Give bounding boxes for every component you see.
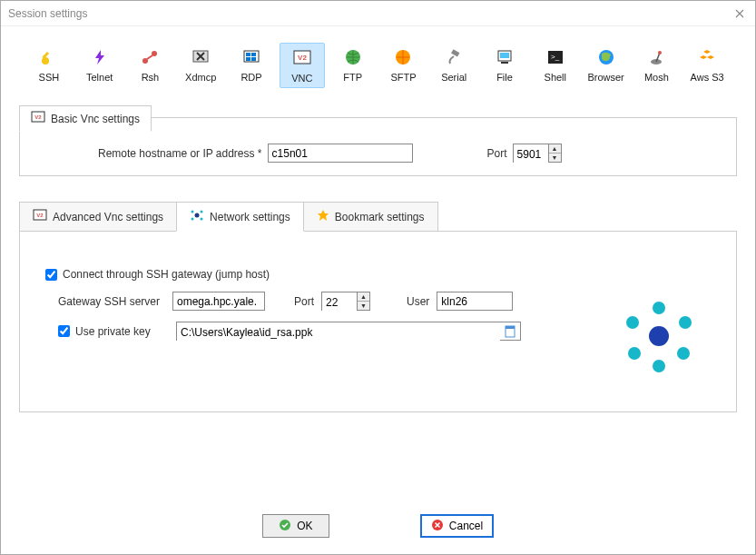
ok-button[interactable]: OK: [262, 514, 329, 538]
protocol-browser[interactable]: Browser: [584, 43, 629, 88]
ssh-gateway-checkbox-row: Connect through SSH gateway (jump host): [45, 268, 554, 281]
svg-rect-8: [251, 53, 256, 56]
svg-text:V2: V2: [298, 54, 307, 62]
gateway-port-spinner[interactable]: ▲▼: [321, 292, 370, 311]
protocol-mosh[interactable]: Mosh: [633, 43, 679, 88]
advanced-vnc-tab[interactable]: V2 Advanced Vnc settings: [19, 202, 177, 232]
network-settings-tab[interactable]: Network settings: [176, 202, 304, 232]
cancel-button-label: Cancel: [449, 520, 483, 532]
protocol-rsh[interactable]: Rsh: [128, 43, 173, 88]
advanced-vnc-tab-label: Advanced Vnc settings: [53, 211, 163, 223]
protocol-file[interactable]: File: [482, 43, 527, 88]
close-icon[interactable]: [731, 5, 748, 22]
svg-point-33: [201, 211, 203, 213]
svg-point-40: [653, 302, 665, 314]
protocol-label: FTP: [343, 72, 362, 83]
protocol-label: SFTP: [390, 72, 416, 83]
bookmark-settings-tab[interactable]: Bookmark settings: [303, 202, 438, 232]
private-key-path-input[interactable]: [177, 322, 500, 342]
protocol-ftp[interactable]: FTP: [330, 43, 376, 88]
protocol-label: RDP: [241, 72, 261, 83]
svg-rect-7: [246, 53, 250, 56]
serial-icon: [443, 46, 465, 68]
window-title: Session settings: [8, 7, 731, 20]
svg-point-35: [201, 218, 203, 221]
network-settings-panel: Connect through SSH gateway (jump host) …: [19, 231, 737, 412]
spinner-arrows[interactable]: ▲▼: [548, 144, 561, 162]
ok-button-label: OK: [297, 520, 312, 532]
protocol-label: Mosh: [644, 72, 669, 83]
svg-text:V2: V2: [34, 114, 42, 120]
svg-point-0: [42, 57, 49, 64]
browse-file-icon[interactable]: [500, 322, 520, 340]
port-input[interactable]: [514, 144, 548, 164]
private-key-path-field[interactable]: [176, 322, 521, 341]
protocol-label: Aws S3: [691, 72, 724, 83]
vnc-small-icon: V2: [31, 111, 45, 126]
lightning-icon: [89, 46, 111, 68]
rsh-icon: [139, 46, 161, 68]
file-icon: [494, 46, 515, 68]
svg-text:V2: V2: [36, 213, 44, 218]
gateway-server-input[interactable]: [172, 292, 265, 311]
svg-rect-17: [501, 62, 508, 64]
svg-rect-10: [251, 57, 256, 61]
remote-host-label: Remote hostname or IP address *: [98, 147, 262, 160]
svg-point-31: [195, 213, 200, 218]
gateway-user-input[interactable]: [437, 292, 513, 311]
svg-rect-38: [506, 326, 515, 329]
protocol-telnet[interactable]: Telnet: [77, 43, 123, 88]
basic-vnc-tab[interactable]: V2 Basic Vnc settings: [19, 105, 152, 132]
protocol-label: Browser: [587, 72, 623, 83]
globe-orange-icon: [392, 46, 414, 68]
protocol-label: Rsh: [142, 72, 160, 83]
protocol-shell[interactable]: >_ Shell: [533, 43, 578, 88]
bookmark-settings-tab-label: Bookmark settings: [335, 211, 425, 223]
basic-vnc-tab-label: Basic Vnc settings: [51, 113, 140, 125]
protocol-xdmcp[interactable]: Xdmcp: [178, 43, 223, 88]
svg-point-44: [628, 347, 641, 360]
protocol-ssh[interactable]: SSH: [26, 43, 72, 88]
protocol-label: Shell: [545, 72, 566, 83]
network-icon: [190, 208, 204, 225]
spinner-arrows[interactable]: ▲▼: [357, 292, 369, 310]
protocol-label: VNC: [291, 73, 312, 84]
svg-marker-26: [707, 55, 714, 59]
basic-vnc-panel: V2 Basic Vnc settings Remote hostname or…: [19, 117, 737, 176]
gateway-port-input[interactable]: [322, 292, 357, 312]
protocol-label: Xdmcp: [185, 72, 216, 83]
svg-marker-25: [700, 55, 707, 59]
svg-rect-18: [500, 53, 509, 58]
protocol-awss3[interactable]: Aws S3: [684, 43, 730, 88]
gateway-server-label: Gateway SSH server: [58, 295, 165, 308]
titlebar: Session settings: [1, 1, 755, 26]
svg-point-41: [679, 316, 692, 329]
svg-point-23: [658, 51, 662, 55]
protocol-serial[interactable]: Serial: [431, 43, 476, 88]
cancel-icon: [431, 519, 444, 534]
shell-icon: >_: [545, 46, 566, 68]
cancel-button[interactable]: Cancel: [420, 514, 494, 538]
xdmcp-icon: [190, 46, 211, 68]
gateway-port-label: Port: [294, 295, 314, 308]
protocol-sftp[interactable]: SFTP: [381, 43, 427, 88]
protocol-vnc[interactable]: V2 VNC: [280, 43, 325, 88]
protocol-rdp[interactable]: RDP: [229, 43, 274, 88]
sub-tabs: V2 Advanced Vnc settings Network setting…: [19, 202, 737, 232]
ssh-gateway-label: Connect through SSH gateway (jump host): [63, 268, 270, 281]
svg-rect-9: [246, 57, 250, 61]
ok-icon: [279, 519, 291, 534]
ssh-gateway-checkbox[interactable]: [45, 269, 57, 281]
svg-rect-15: [451, 49, 459, 56]
globe-blue-icon: [595, 46, 617, 68]
key-icon: [38, 46, 60, 68]
remote-host-input[interactable]: [268, 144, 413, 163]
star-icon: [317, 209, 329, 224]
private-key-checkbox[interactable]: [58, 325, 70, 337]
port-spinner[interactable]: ▲▼: [513, 144, 562, 163]
protocol-toolbar: SSH Telnet Rsh Xdmcp RDP V2 VNC FTP SFTP: [1, 26, 755, 95]
protocol-label: Serial: [441, 72, 466, 83]
network-graphic-icon: [618, 295, 700, 380]
protocol-label: Telnet: [86, 72, 113, 83]
vnc-icon: V2: [291, 47, 313, 69]
